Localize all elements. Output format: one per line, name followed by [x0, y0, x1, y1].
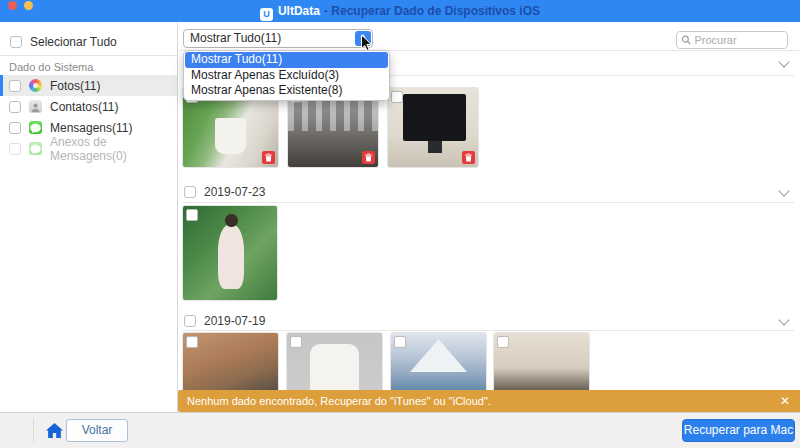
mensagens-checkbox[interactable]	[9, 122, 21, 134]
photo-checkbox[interactable]	[290, 336, 302, 348]
date-label: 2019-07-19	[204, 314, 265, 328]
group2-divider	[183, 202, 794, 203]
search-input[interactable]	[694, 34, 783, 46]
date-label: 2019-07-23	[204, 185, 265, 199]
filter-dropdown-menu: Mostrar Tudo(11) Mostrar Apenas Excluído…	[183, 50, 390, 101]
group3-divider	[183, 330, 794, 331]
sidebar-item-label: Anexos de Mensagens(0)	[50, 135, 177, 163]
titlebar: UUltData- Recuperar Dado de Dispositivos…	[0, 0, 800, 22]
photo-checkbox[interactable]	[186, 209, 198, 221]
select-all-label: Selecionar Tudo	[30, 35, 117, 49]
messages-icon	[29, 121, 42, 134]
photo-checkbox[interactable]	[394, 336, 406, 348]
sidebar-divider	[0, 55, 177, 56]
recover-to-mac-button[interactable]: Recuperar para Mac	[682, 419, 795, 442]
menu-item-mostrar-apenas-existente[interactable]: Mostrar Apenas Existente(8)	[185, 83, 388, 99]
sidebar: Selecionar Tudo Dado do Sistema Fotos(11…	[0, 22, 178, 412]
mouse-cursor-icon	[360, 34, 373, 54]
back-button[interactable]: Voltar	[66, 419, 128, 442]
banner-close-icon[interactable]: ✕	[780, 390, 790, 412]
photo-checkbox[interactable]	[391, 91, 403, 103]
window-title: UUltData- Recuperar Dado de Dispositivos…	[0, 0, 800, 22]
sidebar-item-fotos[interactable]: Fotos(11)	[0, 75, 177, 96]
ultdata-logo-icon: U	[260, 8, 273, 21]
filter-select-value: Mostrar Tudo(11)	[190, 31, 281, 45]
home-icon	[46, 423, 63, 438]
date-group-checkbox[interactable]	[184, 315, 196, 327]
photo-thumbnail-woman-garden[interactable]	[183, 206, 277, 300]
sidebar-section-label: Dado do Sistema	[9, 61, 93, 73]
contatos-checkbox[interactable]	[9, 101, 21, 113]
footer-bar: Voltar Recuperar para Mac	[0, 412, 800, 448]
photo-thumbnail-monitor[interactable]	[388, 88, 478, 167]
home-button[interactable]	[46, 423, 63, 438]
sidebar-item-anexos[interactable]: Anexos de Mensagens(0)	[0, 138, 177, 159]
menu-item-mostrar-apenas-excluido[interactable]: Mostrar Apenas Excluído(3)	[185, 68, 388, 84]
photo-checkbox[interactable]	[186, 336, 198, 348]
sidebar-items: Fotos(11) Contatos(11) Mensagens(11)	[0, 75, 177, 159]
deleted-trash-icon	[462, 151, 475, 164]
banner-message: Nenhum dado encontrado, Recuperar do "iT…	[187, 395, 780, 407]
title-suffix: - Recuperar Dado de Dispositivos iOS	[324, 4, 540, 18]
group3-collapse-chevron-icon[interactable]	[778, 314, 789, 325]
footer-divider	[33, 418, 34, 443]
date-group-checkbox[interactable]	[184, 186, 196, 198]
photos-icon	[29, 79, 42, 92]
date-group-header-2019-07-19[interactable]: 2019-07-19	[184, 312, 265, 330]
select-all-row[interactable]: Selecionar Tudo	[10, 35, 117, 49]
date-group-header-2019-07-23[interactable]: 2019-07-23	[184, 183, 265, 201]
sidebar-item-label: Fotos(11)	[50, 79, 100, 93]
contacts-icon	[29, 100, 42, 113]
ultdata-window: UUltData- Recuperar Dado de Dispositivos…	[0, 0, 800, 448]
menu-item-mostrar-tudo[interactable]: Mostrar Tudo(11)	[185, 52, 388, 68]
message-attachments-icon	[29, 142, 42, 155]
sidebar-item-label: Mensagens(11)	[50, 121, 133, 135]
photo-checkbox[interactable]	[497, 336, 509, 348]
app-name: UltData	[278, 4, 320, 18]
search-box[interactable]	[676, 31, 788, 49]
deleted-trash-icon	[262, 151, 275, 164]
fotos-checkbox[interactable]	[9, 80, 21, 92]
anexos-checkbox[interactable]	[9, 143, 21, 155]
group1-collapse-chevron-icon[interactable]	[778, 56, 789, 67]
search-icon	[681, 34, 691, 46]
sidebar-item-label: Contatos(11)	[50, 100, 118, 114]
sidebar-item-contatos[interactable]: Contatos(11)	[0, 96, 177, 117]
filter-select[interactable]: Mostrar Tudo(11)	[183, 29, 373, 48]
select-all-checkbox[interactable]	[10, 36, 22, 48]
notification-banner: Nenhum dado encontrado, Recuperar do "iT…	[178, 390, 800, 412]
deleted-trash-icon	[362, 151, 375, 164]
group2-collapse-chevron-icon[interactable]	[778, 185, 789, 196]
